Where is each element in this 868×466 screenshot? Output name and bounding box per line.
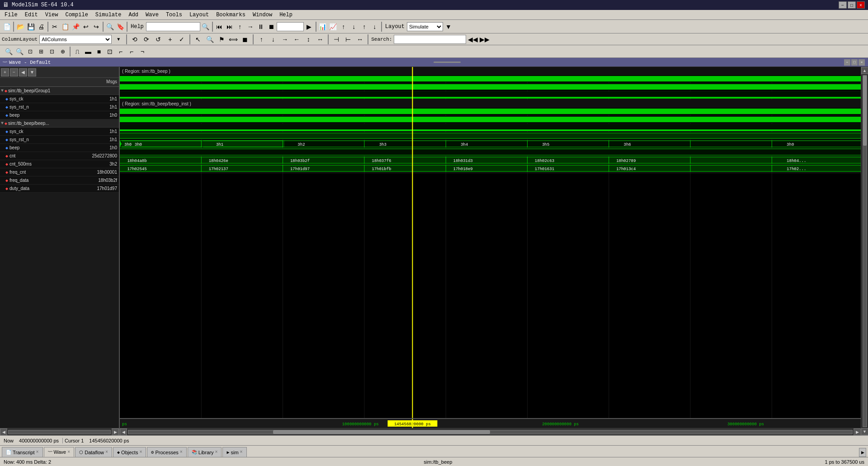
signal-row-freqdata[interactable]: ◆ freq_data 18h03b2f bbox=[0, 176, 119, 185]
menu-compile[interactable]: Compile bbox=[61, 11, 91, 19]
wave-btn2[interactable]: 📈 bbox=[328, 22, 338, 32]
wave-shape7[interactable]: ¬ bbox=[137, 47, 147, 57]
menu-view[interactable]: View bbox=[42, 11, 62, 19]
expand-icon-1[interactable]: ▼ bbox=[0, 88, 5, 93]
run-button[interactable]: ▶ bbox=[304, 22, 314, 32]
col-tool5[interactable]: ✓ bbox=[177, 34, 187, 44]
wave-maximize[interactable]: □ bbox=[851, 59, 858, 66]
library-close[interactable]: × bbox=[215, 450, 217, 455]
wave-shape2[interactable]: ▬ bbox=[83, 47, 93, 57]
wave-scroll-down[interactable]: ▼ bbox=[861, 428, 868, 435]
redo-button[interactable]: ↪ bbox=[91, 22, 101, 32]
menu-add[interactable]: Add bbox=[125, 11, 142, 19]
cut-button[interactable]: ✂ bbox=[50, 22, 60, 32]
col-tool2[interactable]: ⟳ bbox=[142, 34, 151, 44]
wave-tab-close[interactable]: × bbox=[67, 450, 70, 455]
sim-btn4[interactable]: → bbox=[245, 22, 255, 32]
wave-canvas[interactable]: ( Region: sim:/tb_beep ) ( Region: sim:/… bbox=[120, 67, 861, 418]
wave-scroll-up[interactable]: ▲ bbox=[861, 67, 868, 74]
open-button[interactable]: 📂 bbox=[15, 22, 25, 32]
tab-library[interactable]: 📚 Library × bbox=[188, 447, 222, 457]
snap-btn1[interactable]: ↑ bbox=[256, 34, 266, 44]
wave-scroll-left[interactable]: ◀ bbox=[120, 428, 127, 436]
meas-btn2[interactable]: ◼ bbox=[240, 34, 250, 44]
snap-btn3[interactable]: → bbox=[280, 34, 290, 44]
wave-btn4[interactable]: ↓ bbox=[349, 22, 359, 32]
expand-icon-2[interactable]: ▼ bbox=[0, 121, 5, 126]
zoom-fit[interactable]: ⊞ bbox=[36, 47, 46, 57]
column-layout-select[interactable]: AllColumns bbox=[39, 35, 112, 44]
tab-objects[interactable]: ◆ Objects × bbox=[113, 447, 146, 457]
wave-shape5[interactable]: ⌐ bbox=[116, 47, 126, 57]
copy-button[interactable]: 📋 bbox=[60, 22, 70, 32]
sig-tool4[interactable]: ▼ bbox=[28, 68, 36, 76]
col-tool1[interactable]: ⟲ bbox=[130, 34, 140, 44]
col-tool3[interactable]: ↺ bbox=[153, 34, 163, 44]
objects-close[interactable]: × bbox=[139, 450, 142, 455]
marker-btn[interactable]: ⚑ bbox=[217, 34, 226, 44]
menu-help[interactable]: Help bbox=[276, 11, 296, 19]
time-input[interactable]: 400 ms bbox=[277, 22, 304, 31]
transcript-close[interactable]: × bbox=[36, 450, 39, 455]
cursor-btn[interactable]: ↖ bbox=[193, 34, 203, 44]
wave-scroll-right[interactable]: ▶ bbox=[854, 428, 861, 436]
layout-down[interactable]: ▼ bbox=[443, 22, 453, 32]
sim-btn5[interactable]: ⏸ bbox=[256, 22, 266, 32]
wave-shape1[interactable]: ⎍ bbox=[72, 47, 82, 57]
zoom-cursor[interactable]: ⊕ bbox=[58, 47, 68, 57]
sim-btn3[interactable]: ↑ bbox=[235, 22, 245, 32]
layout-select[interactable]: Simulate bbox=[407, 22, 443, 31]
menu-edit[interactable]: Edit bbox=[21, 11, 42, 19]
sim-btn6[interactable]: ⏹ bbox=[266, 22, 276, 32]
scroll-right-btn[interactable]: ▶ bbox=[112, 428, 119, 436]
align-btn3[interactable]: ↔ bbox=[355, 34, 365, 44]
maximize-button[interactable]: □ bbox=[848, 1, 856, 9]
group-row-1[interactable]: ▼ ◆ sim:/tb_beep/Group1 bbox=[0, 87, 119, 95]
signal-row-cnt[interactable]: ◆ cnt 25d2272800 bbox=[0, 152, 119, 160]
menu-file[interactable]: File bbox=[1, 11, 21, 19]
signal-row-sysck-1[interactable]: ◆ sys_ck 1h1 bbox=[0, 95, 119, 103]
snap-btn6[interactable]: ↔ bbox=[315, 34, 325, 44]
tab-sim[interactable]: ▶ sim × bbox=[222, 447, 246, 457]
zoom-all[interactable]: ⊡ bbox=[25, 47, 35, 57]
wave-shape4[interactable]: ⊡ bbox=[105, 47, 115, 57]
signal-row-sysrstn-1[interactable]: ◆ sys_rst_n 1h1 bbox=[0, 103, 119, 111]
tab-expand-btn[interactable]: ▶ bbox=[859, 448, 866, 457]
menu-bookmarks[interactable]: Bookmarks bbox=[212, 11, 249, 19]
signal-row-beep-1[interactable]: ◆ beep 1h0 bbox=[0, 111, 119, 119]
new-button[interactable]: 📄 bbox=[2, 22, 12, 32]
zoom-in-btn[interactable]: 🔍 bbox=[205, 34, 215, 44]
zoom-in[interactable]: 🔍 bbox=[4, 47, 14, 57]
wave-shape3[interactable]: ■ bbox=[94, 47, 104, 57]
close-button[interactable]: × bbox=[857, 1, 865, 9]
align-btn1[interactable]: ⊣ bbox=[331, 34, 341, 44]
col-tool4[interactable]: + bbox=[165, 34, 175, 44]
meas-btn[interactable]: ⟺ bbox=[228, 34, 238, 44]
menu-window[interactable]: Window bbox=[249, 11, 276, 19]
tab-dataflow[interactable]: ⬡ Dataflow × bbox=[75, 447, 112, 457]
menu-wave[interactable]: Wave bbox=[142, 11, 162, 19]
wave-close[interactable]: × bbox=[859, 59, 865, 66]
tab-processes[interactable]: ⚙ Processes × bbox=[147, 447, 186, 457]
signal-row-sysck-2[interactable]: ◆ sys_ck 1h1 bbox=[0, 128, 119, 136]
signal-row-dutydata[interactable]: ◆ duty_data 17h01d97 bbox=[0, 185, 119, 193]
sig-tool1[interactable]: + bbox=[1, 68, 9, 76]
menu-tools[interactable]: Tools bbox=[162, 11, 186, 19]
sig-tool2[interactable]: − bbox=[10, 68, 18, 76]
undo-button[interactable]: ↩ bbox=[81, 22, 91, 32]
wave-btn5[interactable]: ↑ bbox=[359, 22, 369, 32]
minimize-button[interactable]: − bbox=[839, 1, 847, 9]
save-button[interactable]: 💾 bbox=[26, 22, 36, 32]
wave-shape6[interactable]: ⌐ bbox=[127, 47, 137, 57]
snap-btn5[interactable]: ↕ bbox=[303, 34, 313, 44]
tab-wave[interactable]: 〰 Wave × bbox=[44, 447, 75, 457]
signal-row-sysrstn-2[interactable]: ◆ sys_rst_n 1h1 bbox=[0, 136, 119, 144]
wave-btn1[interactable]: 📊 bbox=[318, 22, 328, 32]
print-button[interactable]: 🖨 bbox=[36, 22, 46, 32]
signal-row-cnt500[interactable]: ◆ cnt_500ms 3h2 bbox=[0, 160, 119, 168]
search-prev[interactable]: ◀◀ bbox=[468, 34, 478, 44]
menu-simulate[interactable]: Simulate bbox=[92, 11, 125, 19]
snap-btn4[interactable]: ← bbox=[292, 34, 302, 44]
help-search-button[interactable]: 🔍 bbox=[201, 22, 211, 32]
zoom-fit2[interactable]: ⊡ bbox=[47, 47, 57, 57]
